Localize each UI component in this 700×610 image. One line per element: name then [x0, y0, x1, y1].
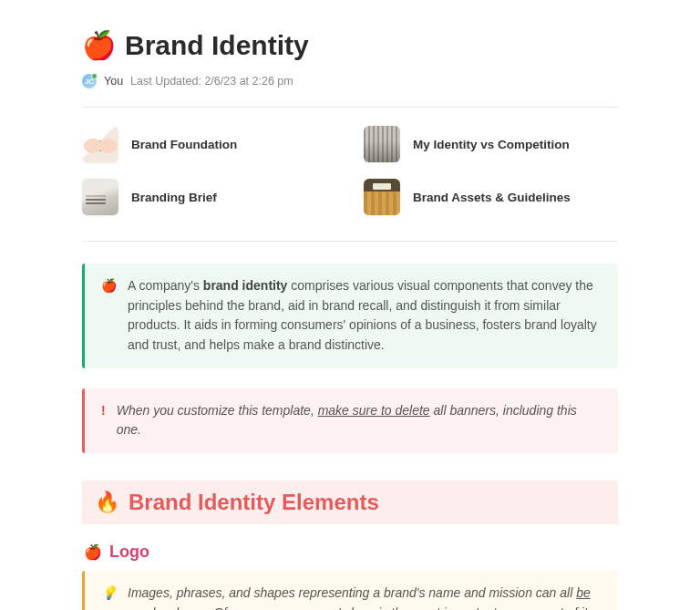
page-title-row: 🍎 Brand Identity — [82, 29, 618, 61]
section-header-elements: 🔥 Brand Identity Elements — [82, 481, 618, 524]
apple-icon: 🍎 — [101, 276, 117, 356]
nav-item-brand-assets-guidelines[interactable]: Brand Assets & Guidelines — [364, 179, 618, 215]
callout-logo-tip: 💡 Images, phrases, and shapes representi… — [82, 571, 618, 610]
nav-item-branding-brief[interactable]: Branding Brief — [82, 179, 336, 215]
callout-warning: ! When you customize this template, make… — [82, 388, 618, 453]
thumbnail-icon — [364, 179, 400, 215]
callout-intro: 🍎 A company's brand identity comprises v… — [82, 264, 618, 368]
exclamation-icon: ! — [101, 401, 106, 440]
nav-label: My Identity vs Competition — [413, 138, 570, 151]
meta-row: JC You Last Updated: 2/6/23 at 2:26 pm — [82, 74, 618, 108]
page-title: Brand Identity — [125, 30, 309, 61]
thumbnail-icon — [364, 126, 400, 162]
fire-icon: 🔥 — [95, 491, 119, 514]
nav-item-brand-foundation[interactable]: Brand Foundation — [82, 126, 336, 162]
last-updated: Last Updated: 2/6/23 at 2:26 pm — [130, 75, 293, 88]
nav-label: Branding Brief — [131, 191, 217, 204]
nav-label: Brand Assets & Guidelines — [413, 191, 571, 204]
nav-grid: Brand Foundation My Identity vs Competit… — [82, 126, 618, 242]
subsection-title: Logo — [109, 543, 149, 562]
subsection-header-logo: 🍎 Logo — [82, 543, 618, 562]
avatar[interactable]: JC — [82, 74, 97, 88]
lightbulb-icon: 💡 — [101, 584, 117, 610]
apple-icon: 🍎 — [84, 543, 102, 561]
section-title: Brand Identity Elements — [129, 490, 379, 515]
thumbnail-icon — [82, 179, 118, 215]
thumbnail-icon — [82, 126, 118, 162]
apple-icon: 🍎 — [82, 29, 116, 61]
callout-text: When you customize this template, make s… — [117, 401, 602, 440]
callout-text: Images, phrases, and shapes representing… — [128, 584, 602, 610]
nav-label: Brand Foundation — [131, 138, 237, 151]
callout-text: A company's brand identity comprises var… — [128, 276, 602, 356]
author-label[interactable]: You — [104, 75, 123, 88]
nav-item-identity-vs-competition[interactable]: My Identity vs Competition — [364, 126, 618, 162]
